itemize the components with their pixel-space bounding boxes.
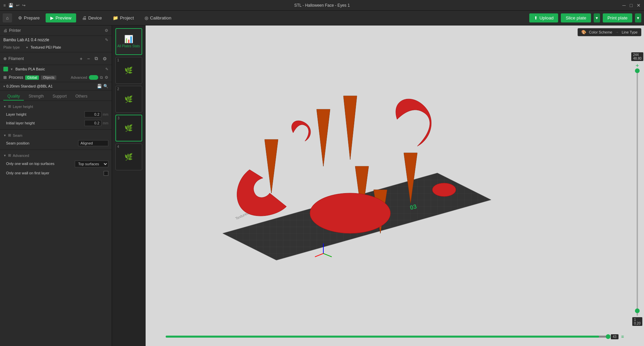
titlebar-controls: ─ □ ✕ — [623, 3, 641, 8]
process-label: Process — [9, 75, 23, 80]
tab-project[interactable]: 📁 Project — [108, 13, 139, 22]
printer-section-header: 🖨 Printer ⚙ — [0, 25, 112, 36]
svg-line-19 — [323, 253, 332, 257]
h-slider-handle[interactable] — [606, 334, 610, 339]
remove-filament-button[interactable]: − — [86, 55, 91, 62]
tab-calibration[interactable]: ◎ Calibration — [140, 13, 176, 22]
tab-device[interactable]: 🖨 Device — [77, 13, 107, 22]
advanced-toggle[interactable] — [89, 75, 98, 80]
file-icon: ≡ — [3, 3, 6, 8]
layer-height-label: Layer height — [6, 112, 26, 116]
tab-quality[interactable]: Quality — [3, 93, 24, 101]
plate-thumb-3[interactable]: 3 🌿 — [115, 115, 142, 141]
printer-settings-icon[interactable]: ⚙ — [105, 28, 108, 33]
h-slider-track[interactable] — [166, 336, 608, 338]
plate-2-icon: 🌿 — [124, 95, 133, 103]
copy-filament-button[interactable]: ⧉ — [93, 55, 99, 62]
slider-top-handle[interactable] — [635, 68, 640, 73]
svg-marker-5 — [343, 96, 357, 160]
process-title-row: ⊞ Process Global Objects — [3, 75, 56, 80]
tag-objects[interactable]: Objects — [41, 75, 56, 80]
seam-position-select[interactable]: Aligned — [78, 140, 108, 146]
plate-4-icon: 🌿 — [124, 153, 133, 161]
plate-4-num: 4 — [117, 145, 119, 149]
advanced-group-icon: ⊞ — [8, 153, 11, 158]
one-wall-first-row: Only one wall on first layer — [0, 169, 112, 177]
maximize-button[interactable]: □ — [630, 3, 633, 8]
tab-support[interactable]: Support — [49, 93, 71, 101]
print-dropdown-button[interactable]: ▾ — [635, 13, 641, 22]
initial-layer-height-label: Initial layer height — [6, 121, 35, 125]
slider-bottom-handle[interactable] — [635, 308, 640, 313]
printer-icon: 🖨 — [3, 28, 7, 33]
titlebar: ≡ 💾 ↩ ↪ STL - Halloween Face - Eyes 1 ─ … — [0, 0, 644, 11]
plate-type-label: Plate type — [3, 45, 23, 49]
process-profile: 0.20mm Standard @BBL A1 — [6, 84, 97, 88]
save-profile-icon[interactable]: 💾 — [97, 84, 102, 89]
quality-tabs: Quality Strength Support Others — [0, 91, 112, 101]
layer-height-input[interactable] — [85, 111, 101, 117]
tab-preview[interactable]: ▶ Preview — [46, 13, 76, 22]
tab-prepare[interactable]: ⚙ Prepare — [13, 13, 44, 22]
filament-edit-icon[interactable]: ✎ — [105, 67, 108, 71]
home-button[interactable]: ⌂ — [3, 13, 12, 22]
plates-panel: 📊 All Plates Stats 1 🌿 2 🌿 3 🌿 4 🌿 — [112, 25, 146, 346]
save-icon[interactable]: 💾 — [8, 3, 13, 8]
print-label: Print plate — [607, 15, 628, 20]
tab-preview-label: Preview — [55, 15, 71, 20]
print-button[interactable]: Print plate — [603, 13, 632, 22]
layer-height-icon: ⊞ — [8, 104, 11, 109]
horizontal-slider[interactable]: 43 ≡ — [166, 334, 624, 339]
copy-process-icon[interactable]: ⧉ — [100, 75, 103, 80]
add-filament-button[interactable]: + — [78, 55, 84, 62]
undo-icon[interactable]: ↩ — [16, 3, 19, 8]
one-wall-top-select[interactable]: Top surfaces — [75, 161, 108, 167]
slice-label: Slice plate — [566, 15, 586, 20]
tab-strength[interactable]: Strength — [24, 93, 48, 101]
all-plates-stats-button[interactable]: 📊 All Plates Stats — [115, 28, 142, 55]
svg-line-20 — [315, 253, 323, 257]
file-menu[interactable]: ≡ — [3, 3, 6, 8]
slice-button[interactable]: Slice plate — [561, 13, 591, 22]
tab-strength-label: Strength — [29, 94, 44, 99]
plate-thumb-4[interactable]: 4 🌿 — [115, 143, 142, 170]
all-plates-label: All Plates Stats — [117, 44, 140, 48]
settings-filament-button[interactable]: ⚙ — [101, 55, 108, 62]
layer-height-group-header[interactable]: ▼ ⊞ Layer height — [0, 103, 112, 110]
preview-icon: ▶ — [50, 15, 54, 20]
slider-track[interactable] — [637, 71, 638, 316]
layer-height-row: Layer height mm — [0, 110, 112, 119]
minimize-button[interactable]: ─ — [623, 3, 626, 8]
seam-group-header[interactable]: ▼ ⊞ Seam — [0, 132, 112, 139]
upload-button[interactable]: ⬆ Upload — [529, 13, 558, 22]
slider-bottom-value: 1 — [634, 318, 640, 322]
color-scheme-value[interactable]: Line Type — [622, 30, 638, 34]
tab-calibration-label: Calibration — [150, 15, 171, 20]
initial-layer-height-row: Initial layer height mm — [0, 119, 112, 127]
one-wall-first-checkbox[interactable] — [104, 171, 108, 176]
initial-layer-height-unit: mm — [103, 121, 108, 125]
advanced-group-header[interactable]: ▼ ⊞ Advanced — [0, 152, 112, 159]
process-section-header: ⊞ Process Global Objects Advanced ⧉ ⚙ — [0, 73, 112, 82]
settings-process-icon[interactable]: ⚙ — [105, 75, 108, 80]
vertical-slider[interactable]: 244 48.80 + 1 0.20 — [634, 52, 641, 326]
color-scheme-icon: 🎨 — [581, 30, 586, 35]
search-profile-icon[interactable]: 🔍 — [103, 84, 108, 89]
viewport[interactable]: 🎨 Color Scheme → Line Type — [146, 25, 644, 346]
h-slider-value: 43 — [613, 335, 616, 339]
filament-label: Filament — [8, 56, 24, 61]
plate-thumb-1[interactable]: 1 🌿 — [115, 57, 142, 84]
initial-layer-height-input[interactable] — [85, 120, 101, 126]
redo-icon[interactable]: ↪ — [22, 3, 25, 8]
titlebar-left: ≡ 💾 ↩ ↪ — [3, 3, 25, 8]
printer-edit-icon[interactable]: ✎ — [105, 38, 108, 42]
slice-dropdown-button[interactable]: ▾ — [594, 13, 600, 22]
printer-section-title: 🖨 Printer — [3, 28, 21, 33]
project-icon: 📁 — [113, 15, 118, 20]
layers-icon[interactable]: ≡ — [621, 334, 624, 339]
navbar: ⌂ ⚙ Prepare ▶ Preview 🖨 Device 📁 Project… — [0, 11, 644, 25]
tag-global[interactable]: Global — [25, 75, 39, 80]
tab-others[interactable]: Others — [71, 93, 92, 101]
close-button[interactable]: ✕ — [637, 3, 641, 8]
plate-thumb-2[interactable]: 2 🌿 — [115, 86, 142, 113]
